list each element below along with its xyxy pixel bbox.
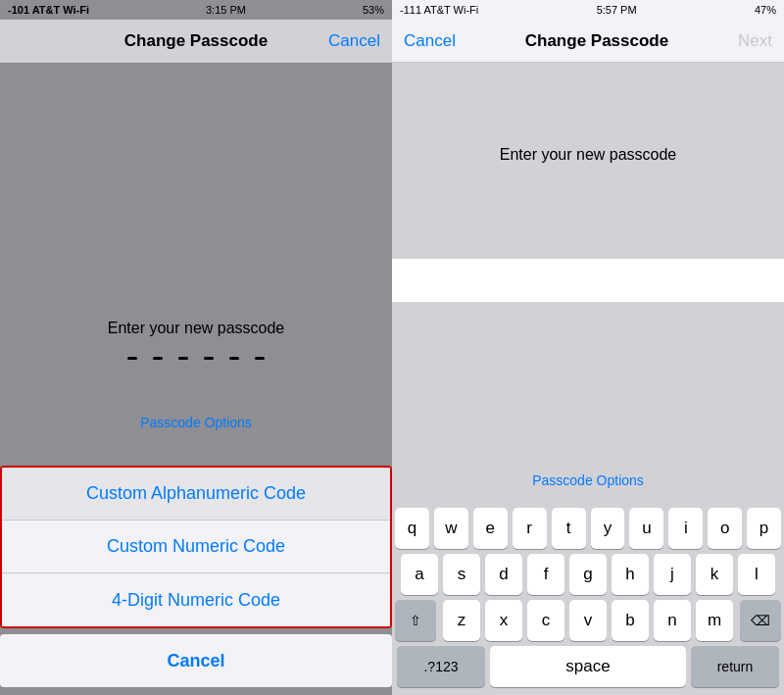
key-t[interactable]: t <box>552 508 586 549</box>
action-sheet-cancel-button[interactable]: Cancel <box>0 634 392 687</box>
dot-4 <box>204 357 214 360</box>
key-z[interactable]: z <box>443 600 480 641</box>
dot-2 <box>153 357 163 360</box>
status-bar-left: -101 AT&T Wi-Fi 3:15 PM 53% <box>0 0 392 20</box>
numbers-key[interactable]: .?123 <box>397 646 485 687</box>
dot-1 <box>127 357 137 360</box>
keyboard-row-1: qwertyuiop <box>395 508 781 549</box>
nav-bar-right: Cancel Change Passcode Next <box>392 20 784 63</box>
key-h[interactable]: h <box>612 554 649 595</box>
right-top-section: Enter your new passcode <box>392 63 784 259</box>
key-a[interactable]: a <box>401 554 438 595</box>
option-custom-alphanumeric[interactable]: Custom Alphanumeric Code <box>2 468 390 521</box>
key-m[interactable]: m <box>696 600 733 641</box>
dot-5 <box>229 357 239 360</box>
key-b[interactable]: b <box>612 600 649 641</box>
key-g[interactable]: g <box>569 554 607 595</box>
option-4digit-numeric[interactable]: 4-Digit Numeric Code <box>2 573 390 626</box>
passcode-prompt-right: Enter your new passcode <box>500 146 677 164</box>
battery-icon-left: 53% <box>363 4 384 16</box>
key-d[interactable]: d <box>485 554 522 595</box>
dot-3 <box>178 357 188 360</box>
carrier-left: -101 AT&T Wi-Fi <box>8 4 89 16</box>
next-button-right[interactable]: Next <box>738 31 772 51</box>
cancel-button-right[interactable]: Cancel <box>404 31 456 51</box>
right-content: Enter your new passcode Passcode Options… <box>392 63 784 695</box>
right-panel: -111 AT&T Wi-Fi 5:57 PM 47% Cancel Chang… <box>392 0 784 695</box>
action-sheet-options: Custom Alphanumeric Code Custom Numeric … <box>0 466 392 628</box>
dot-6 <box>255 357 265 360</box>
passcode-text-input[interactable] <box>392 259 784 302</box>
passcode-options-link-left[interactable]: Passcode Options <box>140 415 252 430</box>
key-e[interactable]: e <box>473 508 508 549</box>
carrier-right: -111 AT&T Wi-Fi <box>400 4 478 16</box>
status-bar-right: -111 AT&T Wi-Fi 5:57 PM 47% <box>392 0 784 20</box>
time-left: 3:15 PM <box>206 4 246 16</box>
option-custom-numeric[interactable]: Custom Numeric Code <box>2 521 390 573</box>
keyboard: qwertyuiop asdfghjkl ⇧ zxcvbnm ⌫ .?123 s… <box>392 504 784 695</box>
key-u[interactable]: u <box>629 508 663 549</box>
space-key[interactable]: space <box>490 646 686 687</box>
key-f[interactable]: f <box>527 554 564 595</box>
key-q[interactable]: q <box>395 508 429 549</box>
passcode-prompt-left: Enter your new passcode <box>108 320 285 337</box>
return-key[interactable]: return <box>691 646 779 687</box>
key-c[interactable]: c <box>527 600 564 641</box>
key-s[interactable]: s <box>443 554 480 595</box>
key-o[interactable]: o <box>708 508 742 549</box>
time-right: 5:57 PM <box>597 4 637 16</box>
delete-key[interactable]: ⌫ <box>740 600 781 641</box>
passcode-dots-left <box>127 357 265 360</box>
key-r[interactable]: r <box>513 508 547 549</box>
key-k[interactable]: k <box>696 554 733 595</box>
right-mid-section: Passcode Options <box>392 302 784 504</box>
keyboard-row-bottom: .?123 space return <box>395 646 781 687</box>
key-j[interactable]: j <box>654 554 691 595</box>
keyboard-row-3: ⇧ zxcvbnm ⌫ <box>395 600 781 641</box>
key-i[interactable]: i <box>668 508 703 549</box>
key-w[interactable]: w <box>434 508 468 549</box>
action-sheet: Custom Alphanumeric Code Custom Numeric … <box>0 466 392 695</box>
shift-key[interactable]: ⇧ <box>395 600 436 641</box>
key-v[interactable]: v <box>569 600 607 641</box>
key-l[interactable]: l <box>738 554 775 595</box>
key-p[interactable]: p <box>747 508 781 549</box>
key-x[interactable]: x <box>485 600 522 641</box>
nav-title-left: Change Passcode <box>124 31 268 51</box>
key-n[interactable]: n <box>654 600 691 641</box>
battery-right: 47% <box>755 4 776 16</box>
keyboard-row-2: asdfghjkl <box>395 554 781 595</box>
left-panel: -101 AT&T Wi-Fi 3:15 PM 53% Change Passc… <box>0 0 392 695</box>
nav-title-right: Change Passcode <box>525 31 668 51</box>
nav-bar-left: Change Passcode Cancel <box>0 20 392 63</box>
key-y[interactable]: y <box>591 508 625 549</box>
passcode-options-link-right[interactable]: Passcode Options <box>532 472 644 488</box>
battery-left: 53% <box>363 4 384 16</box>
cancel-button-left[interactable]: Cancel <box>328 31 380 51</box>
